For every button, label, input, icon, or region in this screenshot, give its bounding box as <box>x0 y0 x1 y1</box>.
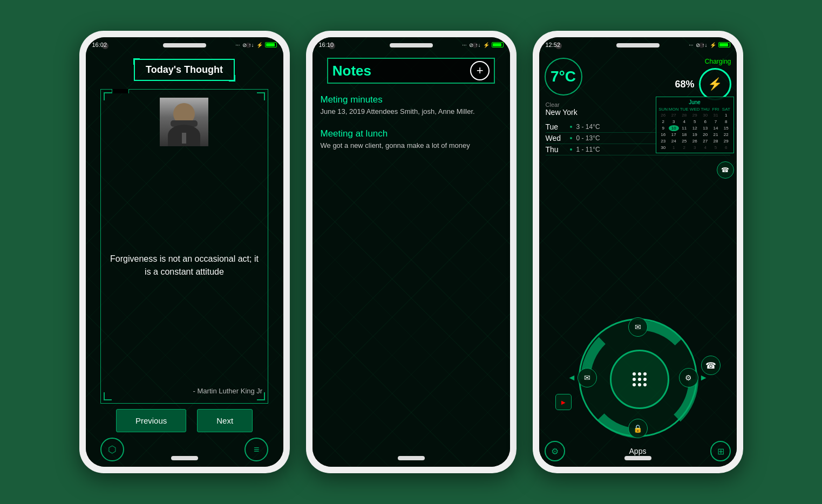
launcher-settings-icon[interactable]: ⚙ <box>679 368 698 387</box>
phone1-time: 16:02 <box>92 42 107 48</box>
phone3-time: 12:52 <box>546 42 561 48</box>
notes-title: Notes <box>332 63 371 79</box>
phone2-time: 16:10 <box>319 42 334 48</box>
corner-tl <box>104 92 112 100</box>
city-name: New York <box>546 108 578 117</box>
note-item-0[interactable]: Meting minutes June 13, 2019 Attendees S… <box>313 88 510 122</box>
phone3-home-bar <box>624 456 651 460</box>
phone-1: 16:02 ··· ⊘ ↑↓ ⚡ Today's Th <box>79 31 290 473</box>
launcher-email-icon[interactable]: ✉ <box>578 368 597 387</box>
launcher-lock-icon[interactable]: 🔒 <box>628 419 648 438</box>
youtube-icon[interactable]: ▶ <box>555 394 572 410</box>
top-right-icons: ☎ <box>717 161 734 179</box>
phone-right-icon[interactable]: ☎ <box>701 356 721 375</box>
phone1-home-bar <box>171 456 198 460</box>
calendar-today: 10 <box>669 125 679 131</box>
settings-button[interactable]: ⚙ <box>545 441 565 461</box>
quote-text: Forgiveness is not an occasional act; it… <box>106 154 262 376</box>
thought-title-box: Today's Thought <box>134 59 235 81</box>
left-arrow[interactable]: ◄ <box>568 373 576 383</box>
phone2-status-bar: 16:10 ··· ⊘ ↑↓ ⚡ <box>313 37 510 52</box>
next-button[interactable]: Next <box>197 409 253 432</box>
phone1-battery <box>265 42 277 47</box>
corner-tr <box>257 92 265 100</box>
note-item-1[interactable]: Meeting at lunch We got a new client, go… <box>313 122 510 156</box>
thought-frame: Forgiveness is not an occasional act; it… <box>100 89 268 404</box>
charge-percentage: 68% <box>675 79 694 90</box>
phone1-main-content: Today's Thought <box>86 53 283 467</box>
corner-bl <box>104 392 112 400</box>
battery-circle: ⚡ <box>699 68 731 100</box>
apps-grid-button[interactable]: ⊞ <box>710 441 731 461</box>
temperature-display: 7°C <box>545 58 582 96</box>
phone2-home-bar <box>398 456 425 460</box>
note-body-1: We got a new client, gonna make a lot of… <box>321 141 502 149</box>
note-body-0: June 13, 2019 Attendees Smith, josh, Ann… <box>321 107 502 115</box>
apps-label: Apps <box>629 447 647 455</box>
mini-calendar: June SUN MON TUE WED THU FRI SAT 26 <box>656 97 734 153</box>
weather-condition: Clear <box>546 101 578 108</box>
notes-add-button[interactable]: + <box>470 61 490 80</box>
note-title-0: Meting minutes <box>321 94 502 105</box>
launcher-main-content: 7°C Charging 68% <box>539 53 737 467</box>
calendar-month: June <box>658 99 731 105</box>
calendar-grid: SUN MON TUE WED THU FRI SAT 26 27 28 29 <box>658 107 731 151</box>
launcher-message-icon[interactable]: ✉ <box>628 317 648 337</box>
notes-header-box: Notes + <box>327 58 495 84</box>
menu-icon: ≡ <box>254 444 260 455</box>
thought-buttons: Previous Next <box>116 409 253 432</box>
phone1-status-bar: 16:02 ··· ⊘ ↑↓ ⚡ <box>86 37 283 52</box>
previous-button[interactable]: Previous <box>116 409 186 432</box>
charging-label: Charging <box>705 58 731 65</box>
phone3-status-icons: ··· ⊘ ↑↓ ⚡ <box>689 42 730 48</box>
notes-add-icon: + <box>477 64 484 78</box>
phone3-status-bar: 12:52 ··· ⊘ ↑↓ ⚡ <box>539 37 737 52</box>
note-title-1: Meeting at lunch <box>321 128 502 139</box>
quote-author: - Martin Luther King Jr <box>193 387 263 395</box>
phone3-battery <box>718 42 730 47</box>
phone-2: 16:10 ··· ⊘ ↑↓ ⚡ <box>306 31 517 473</box>
thought-title: Today's Thought <box>146 64 223 75</box>
author-portrait <box>160 98 208 146</box>
right-arrow[interactable]: ► <box>699 373 708 383</box>
notes-main-content: Notes + Meting minutes June 13, 2019 Att… <box>313 53 510 467</box>
share-icon: ⬡ <box>108 444 117 455</box>
corner-br <box>257 392 265 400</box>
phone2-battery <box>492 42 504 47</box>
phone1-status-icons: ··· ⊘ ↑↓ ⚡ <box>235 42 276 48</box>
phone-call-icon[interactable]: ☎ <box>717 161 734 179</box>
menu-button[interactable]: ≡ <box>244 438 268 461</box>
share-button[interactable]: ⬡ <box>100 438 124 461</box>
phone-3: 12:52 ··· ⊘ ↑↓ ⚡ <box>533 31 743 473</box>
battery-bolt-icon: ⚡ <box>708 77 722 91</box>
phone2-status-icons: ··· ⊘ ↑↓ ⚡ <box>462 42 503 48</box>
